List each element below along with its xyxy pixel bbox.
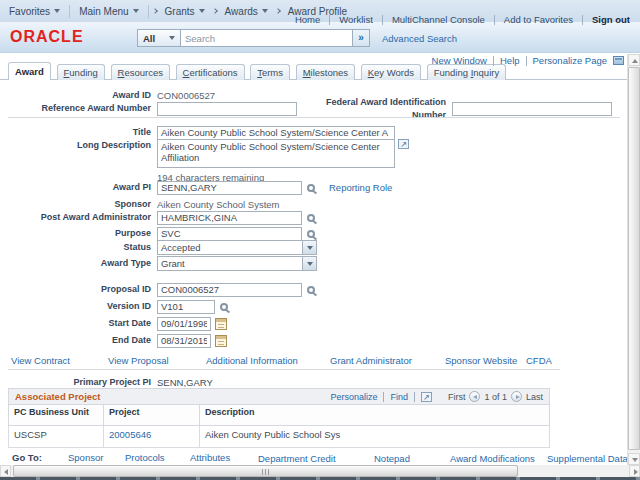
grid-title-bar: Associated Project Personalize Find ↗ Fi… [8, 388, 550, 405]
title-field[interactable] [157, 126, 395, 140]
end-date-field[interactable] [157, 334, 211, 348]
additional-information-link[interactable]: Additional Information [206, 355, 298, 366]
goto-attributes-link[interactable]: Attributes [190, 452, 230, 463]
scroll-right-icon[interactable] [629, 465, 640, 477]
new-window-link[interactable]: New Window [432, 55, 487, 66]
last-label[interactable]: Last [526, 392, 543, 402]
grant-administrator-link[interactable]: Grant Administrator [330, 355, 412, 366]
goto-award-modifications-link[interactable]: Award Modifications [450, 453, 535, 464]
tab-resources[interactable]: Resources [111, 64, 170, 80]
sign-out-link[interactable]: Sign out [592, 14, 630, 25]
breadcrumb-grants[interactable]: Grants [161, 0, 209, 22]
tab-funding[interactable]: Funding [57, 64, 105, 80]
tab-funding-inquiry[interactable]: Funding Inquiry [427, 64, 507, 80]
personalize-link[interactable]: Personalize [330, 392, 377, 402]
find-link[interactable]: Find [390, 392, 408, 402]
search-scope-dropdown[interactable]: All [137, 29, 181, 47]
vertical-scrollbar[interactable] [627, 54, 640, 465]
search-scope-value: All [143, 33, 155, 44]
tab-terms[interactable]: Terms [250, 64, 290, 80]
add-to-favorites-link[interactable]: Add to Favorites [504, 14, 573, 25]
chevron-down-icon [302, 241, 316, 254]
divider [526, 56, 527, 66]
post-award-administrator-field[interactable] [157, 211, 302, 225]
post-award-administrator-lookup-icon[interactable] [307, 214, 315, 222]
associated-project-grid: Associated Project Personalize Find ↗ Fi… [8, 388, 550, 448]
view-proposal-link[interactable]: View Proposal [108, 355, 169, 366]
status-label: Status [0, 241, 157, 254]
reporting-role-link[interactable]: Reporting Role [329, 182, 392, 193]
award-pi-lookup-icon[interactable] [307, 184, 315, 192]
tab-funding-inquiry-label: Funding Inquiry [434, 67, 500, 78]
award-type-row: Award Type Grant [0, 256, 317, 271]
end-date-row: End Date [0, 333, 227, 348]
proposal-id-field[interactable] [157, 283, 302, 297]
vertical-scroll-thumb[interactable] [628, 67, 640, 450]
tab-milestones[interactable]: Milestones [296, 64, 355, 80]
chevron-down-icon [133, 9, 139, 13]
version-id-field[interactable] [157, 300, 215, 314]
personalize-layout-icon[interactable] [613, 56, 624, 65]
worklist-link[interactable]: Worklist [339, 14, 373, 25]
award-type-dropdown[interactable]: Grant [157, 256, 317, 271]
proposal-id-lookup-icon[interactable] [307, 286, 315, 294]
start-date-calendar-icon[interactable] [215, 318, 227, 330]
tab-funding-label: Funding [64, 67, 98, 78]
advanced-search-link[interactable]: Advanced Search [382, 33, 457, 44]
award-profile-page: Favorites Main Menu Grants Awards Award … [0, 0, 640, 480]
grid-controls: Personalize Find ↗ First 1 of 1 Last [330, 391, 543, 402]
help-link[interactable]: Help [500, 55, 520, 66]
previous-row-icon[interactable] [469, 391, 480, 402]
expand-popup-icon[interactable]: ↗ [398, 139, 409, 149]
federal-award-id-field[interactable] [452, 102, 612, 116]
sponsor-website-link[interactable]: Sponsor Website [445, 355, 517, 366]
grid-header-row: PC Business Unit Project Description [9, 405, 550, 426]
purpose-lookup-icon[interactable] [307, 230, 315, 238]
breadcrumb-awards[interactable]: Awards [221, 0, 272, 22]
scroll-down-icon[interactable] [628, 453, 640, 465]
purpose-label: Purpose [0, 227, 157, 240]
start-date-field[interactable] [157, 317, 211, 331]
personalize-page-link[interactable]: Personalize Page [533, 55, 607, 66]
favorites-menu[interactable]: Favorites [0, 0, 69, 22]
search-go-icon[interactable]: » [353, 29, 370, 47]
project-link[interactable]: 20005646 [109, 429, 151, 440]
goto-sponsor-link[interactable]: Sponsor [68, 452, 103, 463]
awards-label: Awards [225, 6, 258, 17]
reference-award-number-field[interactable] [157, 102, 297, 116]
end-date-calendar-icon[interactable] [215, 335, 227, 347]
multichannel-console-link[interactable]: MultiChannel Console [392, 14, 485, 25]
status-row: Status Accepted [0, 240, 317, 255]
breadcrumb-arrow-icon [152, 8, 158, 14]
view-contract-link[interactable]: View Contract [11, 355, 70, 366]
tab-certifications[interactable]: Certifications [176, 64, 245, 80]
long-description-field[interactable]: Aiken County Public School System/Scienc… [157, 139, 395, 168]
next-row-icon[interactable] [511, 391, 522, 402]
goto-department-credit-link[interactable]: Department Credit [258, 453, 336, 464]
horizontal-scrollbar[interactable] [0, 465, 640, 477]
col-description: Description [200, 405, 550, 426]
grid-table: PC Business Unit Project Description USC… [8, 404, 550, 448]
purpose-field[interactable] [157, 227, 302, 241]
main-menu[interactable]: Main Menu [70, 0, 147, 22]
post-award-administrator-label: Post Award Administrator [0, 211, 157, 224]
tab-award[interactable]: Award [8, 62, 51, 80]
zoom-grid-icon[interactable]: ↗ [421, 392, 432, 402]
horizontal-scroll-thumb[interactable] [13, 465, 518, 477]
post-award-administrator-row: Post Award Administrator [0, 210, 315, 225]
version-id-lookup-icon[interactable] [220, 303, 228, 311]
tab-resources-label: Resources [118, 67, 163, 78]
scroll-left-icon[interactable] [0, 465, 11, 477]
cfda-link[interactable]: CFDA [526, 355, 552, 366]
goto-supplemental-data-link[interactable]: Supplemental Data [547, 453, 628, 464]
breadcrumb-arrow-icon [275, 8, 281, 14]
status-dropdown[interactable]: Accepted [157, 240, 317, 255]
scroll-up-icon[interactable] [628, 54, 640, 66]
home-link[interactable]: Home [295, 14, 320, 25]
award-pi-field[interactable] [157, 181, 302, 195]
search-input[interactable] [181, 29, 353, 47]
tab-key-words[interactable]: Key Words [361, 64, 421, 80]
goto-notepad-link[interactable]: Notepad [374, 453, 410, 464]
first-label[interactable]: First [448, 392, 466, 402]
goto-protocols-link[interactable]: Protocols [125, 452, 165, 463]
